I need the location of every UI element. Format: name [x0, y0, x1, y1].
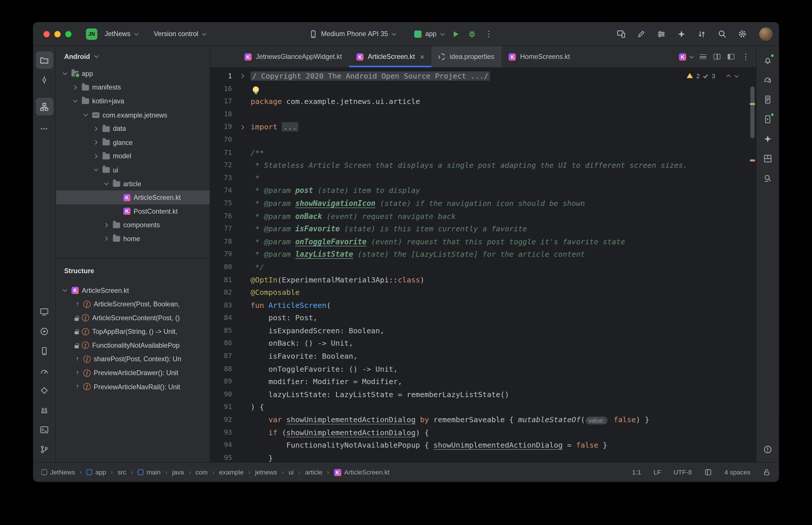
- code-line-16[interactable]: 16: [210, 82, 756, 95]
- code-line-73[interactable]: 73 *: [210, 172, 756, 184]
- tab-close-icon[interactable]: ×: [420, 52, 425, 61]
- structure-item[interactable]: fTopAppBar(String, () -> Unit,: [56, 325, 210, 339]
- structure-item[interactable]: ↑fPreviewArticleDrawer(): Unit: [56, 366, 210, 380]
- notifications-button[interactable]: [759, 51, 777, 69]
- project-tool-button[interactable]: [35, 51, 53, 69]
- code-line-93[interactable]: 93 if (showUnimplementedActionDialog) {: [210, 426, 756, 439]
- code-line-89[interactable]: 89 modifier: Modifier = Modifier,: [210, 375, 756, 388]
- code-line-84[interactable]: 84 post: Post,: [210, 312, 756, 324]
- tree-chevron[interactable]: [101, 224, 110, 227]
- previous-issue-button[interactable]: [726, 75, 730, 79]
- project-tree-item-data[interactable]: data: [56, 122, 210, 136]
- tree-chevron[interactable]: [60, 72, 69, 75]
- code-line-72[interactable]: 72 * Stateless Article Screen that displ…: [210, 159, 756, 171]
- zoom-window-button[interactable]: [65, 31, 72, 37]
- code-line-85[interactable]: 85 isExpandedScreen: Boolean,: [210, 324, 756, 337]
- project-tree-item-ui[interactable]: ui: [56, 163, 210, 177]
- code-line-76[interactable]: 76 * @param onBack (event) request navig…: [210, 210, 756, 223]
- intention-bulb-icon[interactable]: [253, 86, 259, 93]
- breadcrumb-example[interactable]: example: [219, 469, 243, 476]
- next-issue-button[interactable]: [734, 73, 739, 77]
- line-separator[interactable]: LF: [654, 469, 661, 476]
- project-view-selector[interactable]: Android: [56, 46, 210, 67]
- breadcrumb-java[interactable]: java: [172, 469, 184, 476]
- column-icon[interactable]: [704, 468, 712, 476]
- breadcrumb-ArticleScreen.kt[interactable]: KArticleScreen.kt: [334, 469, 389, 476]
- problems-tool-button[interactable]: [759, 440, 777, 458]
- project-tree-item-PostContent.kt[interactable]: KPostContent.kt: [56, 205, 210, 218]
- tab-dropdown[interactable]: K: [679, 53, 692, 60]
- code-line-75[interactable]: 75 * @param showNavigationIcon (state) i…: [210, 197, 756, 210]
- tree-chevron[interactable]: [91, 155, 99, 158]
- project-tree-item-kotlin+java[interactable]: kotlin+java: [56, 94, 210, 108]
- code-line-88[interactable]: 88 onToggleFavorite: () -> Unit,: [210, 363, 756, 375]
- preview-layout-icon[interactable]: [728, 54, 734, 59]
- code-line-82[interactable]: 82@Composable: [210, 286, 756, 299]
- running-devices-tool-button[interactable]: [35, 303, 53, 320]
- app-quality-insights-tool-button[interactable]: [35, 381, 53, 399]
- code-line-18[interactable]: 18: [210, 108, 756, 121]
- indent-setting[interactable]: 4 spaces: [724, 469, 751, 476]
- editor-scrollbar-thumb[interactable]: [751, 86, 754, 138]
- code-line-78[interactable]: 78 * @param onToggleFavorite (event) req…: [210, 235, 756, 248]
- ai-assistant-button[interactable]: [633, 26, 649, 42]
- project-tree-item-manifests[interactable]: manifests: [56, 80, 210, 94]
- terminal-tool-button[interactable]: [35, 421, 53, 438]
- structure-item[interactable]: fFunctionalityNotAvailablePop: [56, 339, 210, 352]
- version-control-tool-button[interactable]: [35, 440, 53, 458]
- plugins-button[interactable]: [673, 26, 690, 42]
- caret-position[interactable]: 1:1: [632, 469, 641, 476]
- more-tool-windows-button[interactable]: …: [35, 118, 53, 135]
- gradle-tool-button[interactable]: [759, 71, 777, 89]
- device-selector[interactable]: Medium Phone API 35: [305, 28, 399, 40]
- code-line-83[interactable]: 83fun ArticleScreen(: [210, 299, 756, 312]
- logcat-tool-button[interactable]: [35, 401, 53, 419]
- code-editor[interactable]: 1/ Copyright 2020 The Android Open Sourc…: [210, 68, 756, 462]
- device-manager-tool-button[interactable]: [35, 342, 53, 360]
- inspections-widget[interactable]: 2 3: [683, 71, 741, 80]
- warning-stripe-mark[interactable]: [750, 160, 755, 162]
- tree-chevron[interactable]: [81, 114, 89, 117]
- structure-tool-button[interactable]: [35, 98, 53, 116]
- project-tree-item-home[interactable]: home: [56, 232, 210, 246]
- profiler-tool-button[interactable]: [35, 362, 53, 379]
- project-tree-item-model[interactable]: model: [56, 149, 210, 163]
- breadcrumb-jetnews[interactable]: jetnews: [255, 469, 277, 476]
- breadcrumb-JetNews[interactable]: JetNews: [41, 469, 75, 476]
- user-avatar[interactable]: [759, 27, 773, 41]
- code-line-1[interactable]: 1/ Copyright 2020 The Android Open Sourc…: [210, 70, 756, 82]
- code-line-71[interactable]: 71/**: [210, 146, 756, 159]
- code-line-77[interactable]: 77 * @param isFavorite (state) is this i…: [210, 223, 756, 235]
- code-line-94[interactable]: 94 FunctionalityNotAvailablePopup { show…: [210, 439, 756, 452]
- breadcrumb-com[interactable]: com: [195, 469, 207, 476]
- breadcrumb-app[interactable]: app: [86, 469, 106, 476]
- vcs-widget[interactable]: Version control: [150, 28, 209, 40]
- structure-item[interactable]: ↑fsharePost(Post, Context): Un: [56, 352, 210, 366]
- project-tree-item-com.example.jetnews[interactable]: com.example.jetnews: [56, 108, 210, 122]
- structure-root-item[interactable]: KArticleScreen.kt: [56, 284, 210, 297]
- settings-button[interactable]: [734, 26, 750, 42]
- tab-list-icon[interactable]: [699, 54, 706, 59]
- find-tool-button[interactable]: [759, 169, 777, 187]
- split-editor-icon[interactable]: [714, 54, 720, 59]
- code-line-80[interactable]: 80 */: [210, 261, 756, 273]
- project-tree-item-article[interactable]: article: [56, 177, 210, 191]
- minimize-window-button[interactable]: [54, 31, 61, 37]
- code-line-70[interactable]: 70: [210, 133, 756, 146]
- structure-item[interactable]: fArticleScreenContent(Post, (): [56, 311, 210, 325]
- editor-tab[interactable]: KArticleScreen.kt×: [349, 46, 431, 67]
- gemini-tool-button[interactable]: [759, 130, 777, 148]
- code-line-79[interactable]: 79 * @param lazyListState (state) the [L…: [210, 248, 756, 261]
- code-line-92[interactable]: 92 var showUnimplementedActionDialog by …: [210, 414, 756, 426]
- breadcrumb-main[interactable]: main: [138, 469, 161, 476]
- layout-inspector-tool-button[interactable]: [759, 150, 777, 167]
- tree-chevron[interactable]: [71, 86, 79, 89]
- debug-button[interactable]: [464, 26, 481, 42]
- breadcrumb-ui[interactable]: ui: [289, 469, 293, 476]
- project-widget[interactable]: JetNews: [101, 28, 141, 40]
- editor-tab[interactable]: KHomeScreens.kt: [502, 46, 577, 67]
- device-explorer-tool-button[interactable]: [759, 91, 777, 108]
- editor-tab[interactable]: idea.properties: [432, 46, 502, 67]
- close-window-button[interactable]: [44, 31, 50, 37]
- running-devices-button[interactable]: [612, 26, 629, 42]
